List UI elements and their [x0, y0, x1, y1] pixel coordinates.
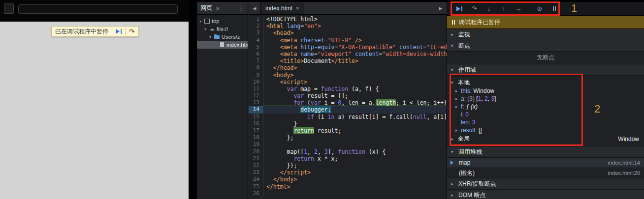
callstack-frame-2[interactable]: (匿名)index.html:20: [447, 168, 644, 178]
line-number[interactable]: 11: [249, 85, 263, 92]
section-dom-label: DOM 断点: [458, 191, 485, 199]
annotation-label-2: 2: [594, 104, 600, 114]
resume-icon[interactable]: [455, 6, 464, 11]
source-editor: ◀ index.html × ▶ 1<!DOCTYPE html>2<html …: [249, 2, 447, 199]
line-number[interactable]: 16: [249, 120, 263, 127]
scope-variable-f[interactable]: ▸f: ƒ (x): [447, 103, 644, 111]
line-number[interactable]: 9: [249, 72, 263, 79]
tree-item-top[interactable]: ▾top: [197, 17, 248, 25]
variable-name: a: [461, 95, 464, 102]
code-text: <meta charset="UTF-8" />: [263, 37, 447, 44]
line-number[interactable]: 24: [249, 176, 263, 183]
page-viewport: 已在调试程序中暂停 ↷: [0, 22, 189, 199]
paused-message: 调试程序已暂停: [459, 18, 500, 27]
line-number[interactable]: 20: [249, 148, 263, 155]
debugger-sidebar: ↷↓↑→⊘ 调试程序已暂停 ▸ 监视 ▾ 断点 无断点 ▾ 作用域 ▾本地▸th…: [447, 2, 644, 199]
line-number[interactable]: 8: [249, 64, 263, 71]
code-line: 26: [249, 190, 447, 197]
section-callstack[interactable]: ▾ 调用堆栈: [447, 146, 644, 158]
tree-item-file-scheme[interactable]: ▾☁file://: [197, 25, 248, 33]
scope-variable-this[interactable]: ▸this: Window: [447, 87, 644, 95]
line-number[interactable]: 1: [249, 16, 263, 23]
step-into-icon[interactable]: ↓: [484, 5, 493, 12]
divider: [125, 28, 126, 35]
code-text: </head>: [263, 64, 447, 71]
step-over-icon[interactable]: ↷: [470, 5, 479, 12]
code-text: <body>: [263, 72, 447, 79]
line-number[interactable]: 3: [249, 29, 263, 36]
chevron-right-icon: ▸: [455, 128, 461, 133]
frame-location[interactable]: index.html:20: [608, 170, 640, 176]
code-line: 9 <body>: [249, 72, 447, 79]
scope-global-label: 全局: [458, 135, 470, 143]
line-number[interactable]: 6: [249, 51, 263, 57]
browser-tab[interactable]: [4, 3, 14, 14]
line-number[interactable]: 12: [249, 92, 263, 99]
line-number[interactable]: 15: [249, 114, 263, 120]
line-number[interactable]: 14: [249, 106, 263, 113]
section-xhr-breakpoints[interactable]: ▸ XHR/提取断点: [447, 178, 644, 190]
line-number[interactable]: 22: [249, 162, 263, 169]
pause-on-exceptions-icon[interactable]: [550, 6, 559, 11]
line-number[interactable]: 2: [249, 23, 263, 29]
code-line: 8 </head>: [249, 64, 447, 71]
section-watch[interactable]: ▸ 监视: [447, 29, 644, 40]
file-tree: ▾top▾☁file://▾Users/zindex.html: [197, 15, 248, 49]
resume-script-icon[interactable]: [116, 29, 122, 34]
line-number[interactable]: 18: [249, 134, 263, 141]
line-number[interactable]: 7: [249, 57, 263, 64]
frame-name: map: [459, 159, 470, 166]
debugger-paused-banner: 调试程序已暂停: [447, 16, 644, 29]
section-scope[interactable]: ▾ 作用域: [447, 64, 644, 76]
code-text: }: [263, 120, 447, 127]
line-number[interactable]: 26: [249, 190, 263, 197]
toolbar-separator: [529, 5, 529, 12]
variable-value: 3: [472, 119, 476, 126]
navigator-header: 网页 » ⋮: [197, 2, 248, 15]
tree-item-label: top: [212, 18, 219, 24]
line-number[interactable]: 21: [249, 155, 263, 162]
step-out-icon[interactable]: ↑: [499, 5, 508, 12]
step-icon[interactable]: →: [514, 5, 523, 12]
toggle-navigator-icon[interactable]: ◀: [249, 2, 260, 14]
tree-item-index-file[interactable]: index.html: [197, 41, 248, 49]
tab-page[interactable]: 网页: [200, 4, 212, 12]
scope-variable-result[interactable]: ▸result: []: [447, 126, 644, 134]
close-icon[interactable]: ×: [296, 5, 299, 12]
scope-variable-a[interactable]: ▸a: (3) [1, 2, 3]: [447, 95, 644, 103]
line-number[interactable]: 10: [249, 79, 263, 85]
step-over-icon[interactable]: ↷: [129, 28, 135, 35]
code-text: <meta name="viewport" content="width=dev…: [263, 51, 447, 57]
line-number[interactable]: 19: [249, 141, 263, 148]
tree-item-users-folder[interactable]: ▾Users/z: [197, 33, 248, 41]
line-number[interactable]: 4: [249, 37, 263, 44]
frame-location[interactable]: index.html:14: [608, 160, 640, 166]
line-number[interactable]: 13: [249, 99, 263, 106]
line-number[interactable]: 5: [249, 44, 263, 51]
code-text: <meta http-equiv="X-UA-Compatible" conte…: [263, 44, 447, 51]
line-number[interactable]: 25: [249, 183, 263, 190]
editor-tab-index-html[interactable]: index.html ×: [260, 2, 304, 14]
code-line: 25</html>: [249, 183, 447, 190]
code-text: [263, 190, 447, 197]
editor-tab-label: index.html: [265, 5, 292, 12]
menu-icon[interactable]: ⋮: [238, 4, 244, 12]
section-scope-label: 作用域: [458, 66, 476, 74]
code-line: 5 <meta http-equiv="X-UA-Compatible" con…: [249, 44, 447, 51]
scope-local-header[interactable]: ▾本地: [447, 78, 644, 87]
section-watch-label: 监视: [458, 30, 470, 39]
chevron-right-icon: ▸: [455, 96, 461, 101]
deactivate-breakpoints-icon[interactable]: ⊘: [535, 5, 544, 12]
scope-global-header[interactable]: ▸全局Window: [447, 134, 644, 143]
code-text: <head>: [263, 29, 447, 36]
line-number[interactable]: 23: [249, 169, 263, 176]
browser-tab-strip: [0, 0, 189, 22]
section-dom-breakpoints[interactable]: ▸ DOM 断点: [447, 190, 644, 199]
more-tabs-icon[interactable]: »: [216, 5, 220, 12]
code-line: 17 return result;: [249, 127, 447, 134]
chevron-right-icon: ▸: [451, 137, 455, 142]
line-number[interactable]: 17: [249, 127, 263, 134]
callstack-frame-1[interactable]: mapindex.html:14: [447, 158, 644, 168]
section-breakpoints[interactable]: ▾ 断点: [447, 40, 644, 52]
toggle-sidebar-icon[interactable]: ▶: [435, 2, 447, 14]
